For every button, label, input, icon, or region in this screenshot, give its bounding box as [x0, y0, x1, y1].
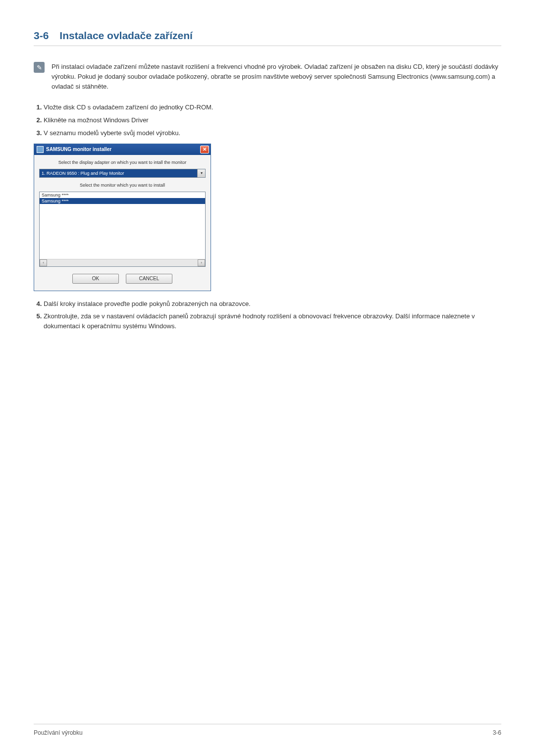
section-number: 3-6 — [34, 30, 49, 42]
list-item[interactable]: Samsung **** — [40, 198, 205, 204]
step-item: Vložte disk CD s ovladačem zařízení do j… — [44, 102, 501, 113]
close-icon: ✕ — [203, 147, 207, 152]
footer-left: Používání výrobku — [34, 729, 83, 736]
adapter-dropdown[interactable]: 1. RADEON 9550 : Plug and Play Monitor ▾ — [39, 169, 206, 178]
section-header: 3-6 Instalace ovladače zařízení — [34, 30, 501, 46]
installer-body: Select the display adapter on which you … — [34, 155, 211, 291]
installer-select-monitor-label: Select the monitor which you want to ins… — [39, 183, 206, 188]
installer-button-row: OK CANCEL — [39, 274, 206, 284]
footer-right: 3-6 — [493, 729, 501, 736]
section-title: Instalace ovladače zařízení — [59, 30, 192, 42]
step-item: Další kroky instalace proveďte podle pok… — [44, 299, 501, 309]
chevron-right-icon: › — [201, 260, 202, 265]
list-item[interactable]: Samsung **** — [40, 192, 205, 198]
steps-list-after: Další kroky instalace proveďte podle pok… — [34, 299, 501, 331]
chevron-down-icon: ▾ — [201, 171, 203, 175]
horizontal-scrollbar[interactable]: ‹ › — [40, 259, 205, 266]
scroll-left-button[interactable]: ‹ — [40, 259, 47, 266]
ok-button[interactable]: OK — [72, 274, 119, 284]
page-footer: Používání výrobku 3-6 — [34, 724, 501, 736]
installer-titlebar: SAMSUNG monitor installer ✕ — [34, 144, 211, 155]
installer-title: SAMSUNG monitor installer — [46, 147, 111, 152]
step-item: Zkontrolujte, zda se v nastavení ovládac… — [44, 311, 501, 331]
note-text: Při instalaci ovladače zařízení můžete n… — [52, 62, 501, 92]
installer-dialog: SAMSUNG monitor installer ✕ Select the d… — [34, 144, 211, 291]
step-item: Klikněte na možnost Windows Driver — [44, 115, 501, 126]
note-icon: ✎ — [34, 62, 45, 73]
app-icon — [37, 146, 44, 153]
dropdown-value: 1. RADEON 9550 : Plug and Play Monitor — [40, 169, 197, 177]
note-block: ✎ Při instalaci ovladače zařízení můžete… — [34, 62, 501, 92]
steps-list-before: Vložte disk CD s ovladačem zařízení do j… — [34, 102, 501, 138]
monitor-listbox[interactable]: Samsung **** Samsung **** ‹ › — [39, 192, 206, 267]
step-item: V seznamu modelů vyberte svůj model výro… — [44, 128, 501, 139]
scroll-right-button[interactable]: › — [198, 259, 205, 266]
close-button[interactable]: ✕ — [200, 146, 209, 153]
cancel-button[interactable]: CANCEL — [126, 274, 172, 284]
dropdown-arrow-button[interactable]: ▾ — [197, 169, 205, 177]
chevron-left-icon: ‹ — [43, 260, 44, 265]
installer-select-adapter-label: Select the display adapter on which you … — [39, 160, 206, 165]
